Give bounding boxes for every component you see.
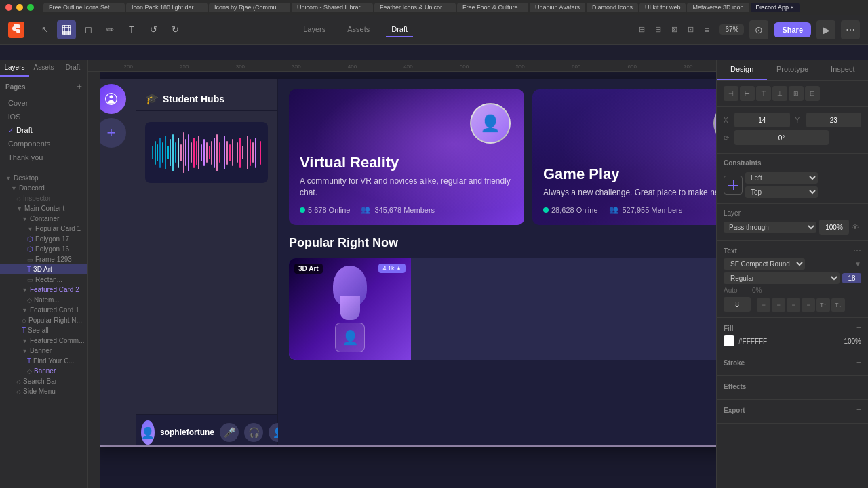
browser-tab[interactable]: Free Outline Icons Set (Community): [43, 3, 125, 12]
align-bottom-edge[interactable]: ⊟: [805, 86, 820, 101]
browser-tab[interactable]: Free Food & Culture...: [457, 3, 528, 12]
layer-see-all[interactable]: T See all: [0, 325, 87, 336]
hand-tool[interactable]: ↻: [165, 20, 184, 39]
page-draft[interactable]: ✓ Draft: [0, 123, 87, 137]
layer-popular-right[interactable]: ◇ Popular Right N...: [0, 315, 87, 325]
add-page-button[interactable]: +: [77, 81, 82, 92]
export-add[interactable]: +: [856, 405, 861, 415]
font-size-input[interactable]: [842, 273, 861, 283]
align-text-center[interactable]: ≡: [772, 298, 785, 312]
move-tool[interactable]: ↖: [35, 20, 54, 39]
layer-rectangle[interactable]: ▭ Rectan...: [0, 274, 87, 285]
layer-desktop[interactable]: ▼ Desktop: [0, 173, 87, 183]
align-right-edge[interactable]: ⊤: [756, 86, 771, 101]
browser-tab[interactable]: Unicorn - Shared Library (Co...: [292, 3, 373, 12]
distribute-v[interactable]: ≡: [699, 22, 714, 37]
text-uppercase[interactable]: T↑: [816, 298, 830, 312]
opacity-input[interactable]: [819, 220, 849, 235]
browser-minimize-dot[interactable]: [16, 4, 23, 11]
popular-card[interactable]: 👤 3D Art 4.1k ★: [289, 258, 716, 360]
layer-featured-card-1[interactable]: ▼ Featured Card 1: [0, 305, 87, 315]
text-tool[interactable]: T: [122, 20, 141, 39]
featured-card-vr[interactable]: 👤 Virtual Reality A community for VR and…: [289, 89, 524, 225]
prototype-tab[interactable]: Prototype: [767, 60, 817, 80]
browser-tab[interactable]: Diamond Icons: [587, 3, 638, 12]
nav-server-icon[interactable]: [100, 84, 126, 114]
layer-banner-inner[interactable]: ◇ Banner: [0, 366, 87, 376]
layer-featured-card-2[interactable]: ▼ Featured Card 2: [0, 285, 87, 295]
layer-inspector[interactable]: ◇ Inspector: [0, 193, 87, 203]
pen-tool[interactable]: ✏: [100, 20, 119, 39]
layers-tab[interactable]: Layers: [298, 22, 331, 37]
figma-logo[interactable]: [8, 22, 24, 38]
layers-panel-tab[interactable]: Layers: [0, 60, 29, 77]
layer-daecord[interactable]: ▼ Daecord: [0, 183, 87, 193]
layer-polygon-17[interactable]: ⬡ Polygon 17: [0, 234, 87, 244]
page-components[interactable]: Components: [0, 137, 87, 150]
align-v-center[interactable]: ⊞: [789, 86, 804, 101]
browser-tab[interactable]: Metaverse 3D icon: [687, 3, 749, 12]
fill-color-swatch[interactable]: [724, 336, 734, 346]
align-text-justify[interactable]: ≡: [802, 298, 815, 312]
draft-tab[interactable]: Draft: [386, 22, 413, 37]
present-button[interactable]: ▶: [816, 20, 835, 39]
align-text-left[interactable]: ≡: [757, 298, 770, 312]
align-top-edge[interactable]: ⊥: [772, 86, 787, 101]
align-h-center[interactable]: ⊢: [740, 86, 755, 101]
layer-frame-1293[interactable]: ▭ Frame 1293: [0, 254, 87, 264]
share-button[interactable]: Share: [774, 22, 811, 37]
visibility-toggle[interactable]: 👁: [849, 221, 861, 233]
browser-tab[interactable]: Feather Icons & Unicorne...: [374, 3, 456, 12]
inspect-tab[interactable]: Inspect: [818, 60, 868, 80]
align-center[interactable]: ⊟: [650, 22, 665, 37]
draft-panel-tab[interactable]: Draft: [58, 60, 87, 77]
assets-tab[interactable]: Assets: [342, 22, 375, 37]
blend-mode-select[interactable]: Pass throughNormalMultiplyScreen: [724, 222, 816, 233]
align-text-right[interactable]: ≡: [787, 298, 800, 312]
distribute-h[interactable]: ⊡: [683, 22, 698, 37]
font-style-select[interactable]: RegularBoldItalicLight: [724, 272, 840, 284]
paragraph-spacing-input[interactable]: [724, 297, 751, 312]
x-input[interactable]: [734, 113, 790, 127]
browser-tab[interactable]: UI kit for web: [639, 3, 686, 12]
layer-3d-art[interactable]: T 3D Art: [0, 264, 87, 274]
shape-tool[interactable]: ◻: [79, 20, 98, 39]
assets-panel-tab[interactable]: Assets: [29, 60, 58, 77]
h-constraint-select[interactable]: LeftRightCenterLeft & RightScale: [745, 172, 818, 184]
layer-natem[interactable]: ◇ Natem...: [0, 295, 87, 305]
browser-tab-active[interactable]: Discord App ×: [751, 3, 800, 12]
layer-popular-card-1[interactable]: ▼ Popular Card 1: [0, 224, 87, 234]
v-constraint-select[interactable]: TopBottomCenterTop & BottomScale: [745, 186, 818, 198]
browser-maximize-dot[interactable]: [27, 4, 34, 11]
fill-add[interactable]: +: [856, 323, 861, 333]
browser-close-dot[interactable]: [5, 4, 12, 11]
y-input[interactable]: [806, 113, 862, 127]
featured-card-game[interactable]: 🎮 Game Play Always a new challenge. Grea…: [532, 89, 716, 225]
layer-main-content[interactable]: ▼ Main Content: [0, 203, 87, 214]
layer-banner[interactable]: ▼ Banner: [0, 346, 87, 356]
layer-side-menu[interactable]: ◇ Side Menu: [0, 386, 87, 396]
design-tab[interactable]: Design: [717, 60, 767, 80]
frame-tool[interactable]: [57, 20, 76, 39]
layer-find-your[interactable]: T Find Your C...: [0, 356, 87, 366]
layer-polygon-16[interactable]: ⬡ Polygon 16: [0, 244, 87, 254]
canvas-area[interactable]: 200 250 300 350 400 450 500 550 600 650 …: [88, 60, 716, 488]
more-options[interactable]: ⋯: [841, 20, 860, 39]
layer-container[interactable]: ▼ Container: [0, 214, 87, 224]
preview-button[interactable]: ⊙: [749, 20, 768, 39]
browser-tab[interactable]: Icon Pack 180 light dark (Com...: [126, 3, 208, 12]
browser-tab[interactable]: Icons by Rjae (Community): [209, 3, 290, 12]
page-ios[interactable]: iOS: [0, 110, 87, 123]
comment-tool[interactable]: ↺: [144, 20, 163, 39]
page-thank-you[interactable]: Thank you: [0, 150, 87, 164]
font-family-select[interactable]: SF Compact RoundedSF Pro DisplayHelvetic…: [724, 258, 805, 270]
stroke-add[interactable]: +: [856, 358, 861, 367]
align-left[interactable]: ⊞: [634, 22, 649, 37]
font-expand-icon[interactable]: ▼: [854, 260, 861, 268]
nav-add-server[interactable]: +: [100, 118, 126, 148]
align-right[interactable]: ⊠: [667, 22, 682, 37]
align-left-edge[interactable]: ⊣: [724, 86, 738, 101]
headphone-button-left[interactable]: 🎧: [244, 423, 263, 442]
browser-tab[interactable]: Unapiun Avatars: [530, 3, 585, 12]
effects-add[interactable]: +: [856, 382, 861, 391]
